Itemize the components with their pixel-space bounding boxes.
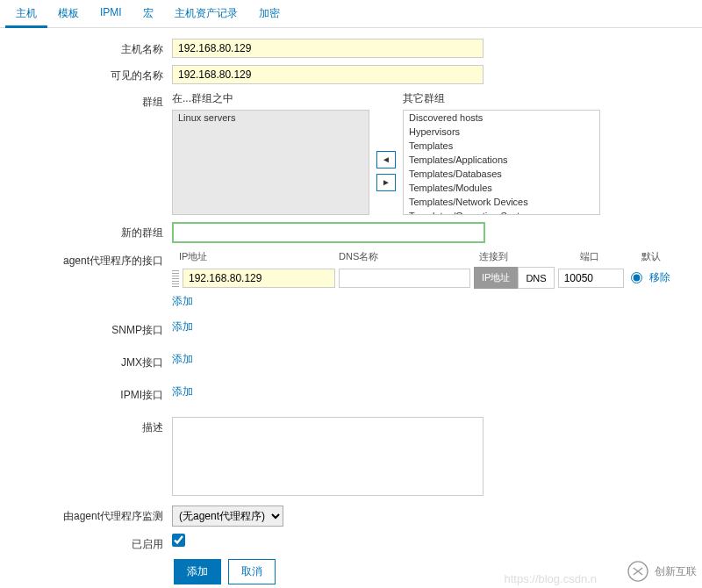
header-connect: 连接到: [479, 250, 580, 263]
other-groups-label: 其它群组: [403, 91, 600, 106]
snmp-label: SNMP接口: [7, 319, 172, 338]
connect-ip-button[interactable]: IP地址: [474, 267, 518, 289]
other-groups-listbox[interactable]: Discovered hosts Hypervisors Templates T…: [403, 110, 600, 215]
list-item[interactable]: Templates/Modules: [404, 181, 599, 195]
jmx-label: JMX接口: [7, 352, 172, 370]
visible-name-label: 可见的名称: [7, 65, 172, 83]
tab-template[interactable]: 模板: [47, 0, 90, 27]
move-right-button[interactable]: ►: [376, 174, 396, 191]
new-group-label: 新的群组: [7, 222, 172, 240]
host-name-label: 主机名称: [7, 39, 172, 57]
in-groups-label: 在...群组之中: [172, 91, 369, 106]
watermark-brand: 创新互联: [655, 564, 697, 579]
add-agent-interface-link[interactable]: 添加: [172, 294, 193, 309]
submit-button[interactable]: 添加: [174, 559, 221, 584]
header-default: 默认: [641, 250, 685, 263]
default-interface-radio[interactable]: [631, 272, 642, 283]
tab-inventory[interactable]: 主机资产记录: [164, 0, 248, 27]
list-item[interactable]: Templates/Applications: [404, 153, 599, 167]
monitored-by-label: 由agent代理程序监测: [7, 506, 172, 524]
add-jmx-interface-link[interactable]: 添加: [172, 353, 193, 365]
port-input[interactable]: [558, 269, 624, 288]
list-item[interactable]: Templates: [404, 139, 599, 153]
new-group-input[interactable]: [172, 222, 485, 243]
in-groups-listbox[interactable]: Linux servers: [172, 110, 369, 215]
add-ipmi-interface-link[interactable]: 添加: [172, 385, 193, 398]
agent-interface-label: agent代理程序的接口: [7, 250, 172, 269]
tab-ipmi[interactable]: IPMI: [90, 0, 133, 27]
list-item[interactable]: Templates/Operating Systems: [404, 209, 599, 215]
move-left-button[interactable]: ◄: [376, 151, 396, 169]
watermark: 创新互联: [627, 560, 697, 583]
tab-encryption[interactable]: 加密: [248, 0, 290, 27]
enabled-label: 已启用: [7, 534, 172, 552]
header-ip: IP地址: [172, 250, 339, 263]
watermark-url: https://blog.csdn.n: [504, 572, 597, 585]
dns-name-input[interactable]: [339, 269, 470, 288]
list-item[interactable]: Hypervisors: [404, 125, 599, 139]
ip-address-input[interactable]: [183, 269, 335, 288]
list-item[interactable]: Linux servers: [173, 111, 369, 125]
proxy-select[interactable]: (无agent代理程序): [172, 506, 283, 527]
add-snmp-interface-link[interactable]: 添加: [172, 320, 193, 333]
host-name-input[interactable]: [172, 39, 484, 58]
list-item[interactable]: Templates/Databases: [404, 167, 599, 181]
tab-host[interactable]: 主机: [5, 0, 47, 27]
connect-to-toggle: IP地址 DNS: [474, 267, 555, 289]
tab-macro[interactable]: 宏: [133, 0, 164, 27]
connect-dns-button[interactable]: DNS: [518, 267, 554, 289]
header-dns: DNS名称: [339, 250, 479, 263]
ipmi-interface-label: IPMI接口: [7, 384, 172, 403]
drag-handle-icon[interactable]: [172, 269, 179, 287]
description-textarea[interactable]: [172, 417, 484, 496]
cancel-button[interactable]: 取消: [228, 559, 276, 584]
list-item[interactable]: Templates/Network Devices: [404, 195, 599, 209]
list-item[interactable]: Discovered hosts: [404, 111, 599, 125]
visible-name-input[interactable]: [172, 65, 484, 84]
enabled-checkbox[interactable]: [172, 534, 185, 547]
logo-icon: [627, 560, 649, 583]
tabs-bar: 主机 模板 IPMI 宏 主机资产记录 加密: [0, 0, 702, 28]
description-label: 描述: [7, 417, 172, 435]
form-body: 主机名称 可见的名称 群组 在...群组之中 Linux servers ◄ ►…: [0, 28, 702, 588]
groups-label: 群组: [7, 91, 172, 110]
remove-interface-link[interactable]: 移除: [649, 270, 670, 285]
header-port: 端口: [580, 250, 641, 263]
